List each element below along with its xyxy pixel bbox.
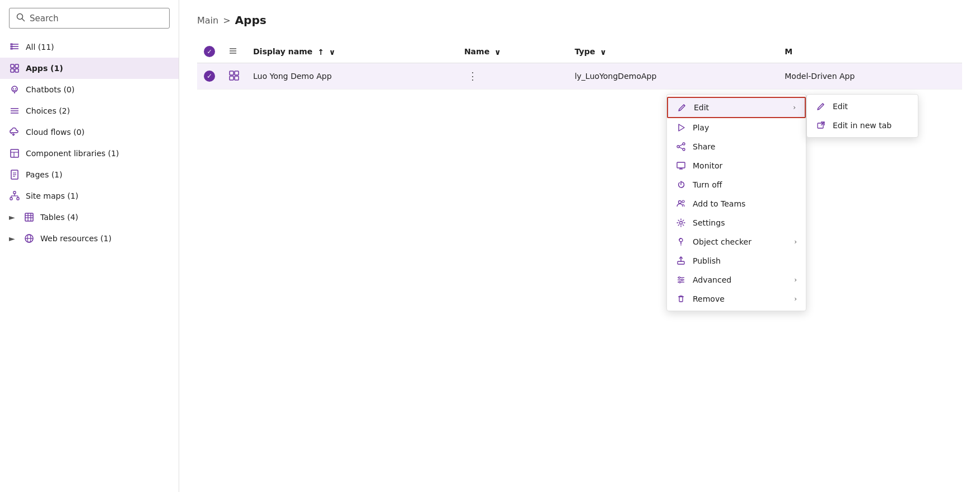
table-header-row: ✓ Display name ↑ ∨ [197, 40, 962, 63]
breadcrumb-separator: > [223, 15, 230, 26]
menu-item-publish[interactable]: Publish [667, 251, 806, 270]
menu-item-remove[interactable]: Remove › [667, 289, 806, 308]
svg-rect-44 [230, 71, 234, 75]
svg-rect-27 [10, 198, 12, 200]
breadcrumb-current: Apps [235, 13, 267, 27]
svg-point-49 [683, 143, 685, 145]
row-check[interactable]: ✓ [197, 63, 222, 90]
sidebar-item-apps-label: Apps (1) [26, 64, 170, 73]
menu-item-advanced-label: Advanced [693, 275, 787, 284]
sidebar-item-pages[interactable]: Pages (1) [0, 164, 179, 185]
name-chevron[interactable]: ∨ [494, 48, 501, 57]
menu-item-monitor[interactable]: Monitor [667, 156, 806, 175]
menu-item-settings[interactable]: Settings [667, 213, 806, 232]
menu-item-remove-label: Remove [693, 294, 787, 303]
header-checkmark[interactable]: ✓ [204, 46, 215, 57]
svg-point-51 [683, 148, 685, 151]
menu-item-monitor-label: Monitor [693, 161, 797, 170]
svg-point-12 [12, 86, 17, 92]
svg-point-14 [15, 88, 16, 90]
table-row[interactable]: ✓ Luo Yong Demo App ⋮ ly_Lu [197, 63, 962, 90]
svg-point-58 [682, 200, 684, 203]
svg-point-70 [679, 282, 681, 283]
menu-item-object-checker-label: Object checker [693, 237, 787, 246]
svg-rect-8 [11, 64, 14, 68]
sidebar-item-apps[interactable]: Apps (1) [0, 58, 179, 79]
svg-marker-48 [679, 124, 684, 131]
context-menu: Edit › Play Share [666, 94, 806, 311]
choices-icon [9, 106, 20, 116]
menu-item-turn-off[interactable]: Turn off [667, 175, 806, 194]
sidebar-list: All (11) Apps (1) [0, 36, 179, 492]
svg-point-59 [680, 222, 683, 224]
sidebar-item-comp-libs-label: Component libraries (1) [26, 149, 170, 158]
sub-menu-item-edit-new-tab[interactable]: Edit in new tab [807, 116, 918, 135]
pages-icon [9, 170, 20, 180]
sidebar-item-chatbots[interactable]: Chatbots (0) [0, 79, 179, 100]
play-icon [676, 123, 686, 132]
svg-rect-10 [11, 69, 14, 72]
menu-item-edit-label: Edit [694, 103, 786, 112]
header-check-col[interactable]: ✓ [197, 40, 222, 63]
chatbots-icon [9, 85, 20, 95]
row-display-name: Luo Yong Demo App [246, 63, 458, 90]
sidebar-item-tables[interactable]: ► Tables (4) [0, 207, 179, 228]
display-name-sort-icons[interactable]: ↑ [318, 48, 324, 57]
row-three-dot-menu-cell[interactable]: ⋮ [458, 63, 568, 90]
sidebar-item-chatbots-label: Chatbots (0) [26, 85, 170, 94]
sidebar-item-component-libraries[interactable]: Component libraries (1) [0, 143, 179, 164]
site-maps-icon [9, 191, 20, 201]
row-checkmark[interactable]: ✓ [204, 71, 215, 82]
header-display-name-label: Display name [253, 47, 312, 56]
search-box[interactable]: Search [9, 8, 170, 29]
menu-item-object-checker[interactable]: Object checker › [667, 232, 806, 251]
sidebar-item-choices-label: Choices (2) [26, 106, 170, 115]
web-resources-expand-icon: ► [9, 234, 18, 243]
sub-menu-item-edit[interactable]: Edit [807, 97, 918, 116]
svg-rect-54 [677, 162, 685, 168]
menu-item-add-to-teams[interactable]: Add to Teams [667, 194, 806, 213]
sidebar-item-pages-label: Pages (1) [26, 170, 170, 179]
sub-edit-icon [816, 102, 826, 111]
row-app-icon-cell [222, 63, 246, 90]
menu-item-play[interactable]: Play [667, 118, 806, 137]
tables-icon [24, 212, 35, 222]
cloud-flows-icon [9, 127, 20, 137]
type-chevron[interactable]: ∨ [600, 48, 606, 57]
advanced-arrow: › [794, 276, 797, 284]
svg-rect-33 [25, 213, 33, 221]
header-display-name[interactable]: Display name ↑ ∨ [246, 40, 458, 63]
svg-rect-28 [17, 198, 19, 200]
display-name-chevron[interactable]: ∨ [329, 48, 335, 57]
svg-rect-11 [15, 69, 18, 72]
menu-item-share[interactable]: Share [667, 137, 806, 156]
header-name[interactable]: Name ∨ [458, 40, 568, 63]
three-dot-button[interactable]: ⋮ [464, 69, 481, 83]
sidebar-item-choices[interactable]: Choices (2) [0, 100, 179, 121]
remove-icon [676, 294, 686, 303]
svg-rect-47 [235, 76, 239, 80]
menu-item-edit[interactable]: Edit › [667, 97, 806, 118]
breadcrumb-main[interactable]: Main [197, 15, 218, 26]
menu-item-settings-label: Settings [693, 218, 797, 227]
sidebar-item-site-maps[interactable]: Site maps (1) [0, 185, 179, 207]
menu-item-play-label: Play [693, 123, 797, 132]
sub-menu-edit-new-tab-label: Edit in new tab [833, 121, 909, 130]
sub-menu-edit: Edit Edit in new tab [806, 94, 918, 138]
header-type[interactable]: Type ∨ [568, 40, 778, 63]
main-content: Main > Apps ✓ [179, 0, 980, 492]
svg-rect-46 [230, 76, 234, 80]
svg-point-13 [13, 88, 14, 90]
share-icon [676, 142, 686, 151]
menu-item-advanced[interactable]: Advanced › [667, 270, 806, 289]
row-name: ly_LuoYongDemoApp [568, 63, 778, 90]
all-icon [9, 42, 20, 52]
sidebar-item-cloud-flows-label: Cloud flows (0) [26, 128, 170, 137]
model-driven-app-icon [228, 70, 240, 81]
svg-line-1 [22, 19, 25, 21]
sidebar-item-cloud-flows[interactable]: Cloud flows (0) [0, 121, 179, 143]
svg-point-50 [677, 146, 679, 148]
menu-item-turn-off-label: Turn off [693, 180, 797, 189]
sidebar-item-all[interactable]: All (11) [0, 36, 179, 58]
sidebar-item-web-resources[interactable]: ► Web resources (1) [0, 228, 179, 249]
